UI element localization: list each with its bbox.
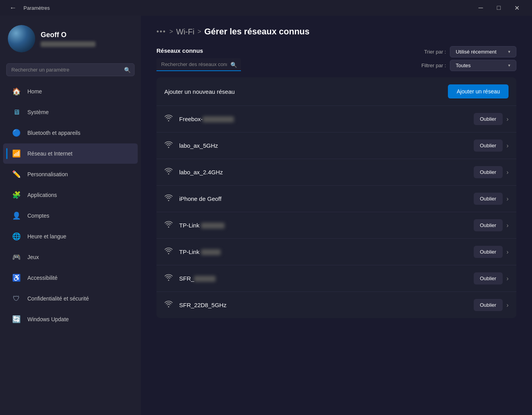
network-row[interactable]: TP-Link Oublier › [156,239,516,265]
breadcrumb-current: Gérer les réseaux connus [204,27,309,37]
titlebar-controls: ─ □ ✕ [472,0,526,16]
nav-label-confidentialite: Confidentialité et sécurité [27,295,89,302]
forget-button[interactable]: Oublier [474,140,503,152]
wifi-icon [164,194,173,203]
sort-row: Trier par : Utilisé récemment ▾ [424,46,516,57]
forget-button[interactable]: Oublier [474,219,503,231]
nav-icon-bluetooth: 🔵 [11,127,22,138]
titlebar: ← Paramètres ─ □ ✕ [0,0,532,16]
forget-button[interactable]: Oublier [474,246,503,258]
search-networks-input[interactable] [156,58,241,71]
breadcrumb: ••• > Wi-Fi > Gérer les réseaux connus [156,27,516,37]
minimize-button[interactable]: ─ [472,0,490,16]
add-network-text: Ajouter un nouveau réseau [164,88,235,95]
forget-button[interactable]: Oublier [474,299,503,311]
user-name: Geoff O [41,31,95,39]
chevron-right-icon: › [507,222,509,229]
sort-chevron-icon: ▾ [508,49,510,54]
close-button[interactable]: ✕ [508,0,526,16]
chevron-right-icon: › [507,195,509,202]
sidebar-item-confidentialite[interactable]: 🛡 Confidentialité et sécurité [3,288,138,309]
network-row[interactable]: labo_ax_5GHz Oublier › [156,132,516,159]
network-row[interactable]: labo_ax_2.4GHz Oublier › [156,159,516,186]
search-networks-container: 🔍 [156,58,241,71]
wifi-icon [164,274,173,283]
top-controls: Réseaux connus 🔍 Trier par : Utilisé réc… [156,46,516,71]
sidebar-item-update[interactable]: 🔄 Windows Update [3,309,138,329]
nav-label-heure: Heure et langue [27,233,66,240]
forget-button[interactable]: Oublier [474,113,503,125]
nav-icon-update: 🔄 [11,314,22,325]
nav-label-reseau: Réseau et Internet [27,150,72,157]
back-button[interactable]: ← [6,2,20,14]
maximize-button[interactable]: □ [490,0,508,16]
wifi-icon [164,168,173,177]
forget-button[interactable]: Oublier [474,272,503,284]
avatar-image [8,25,35,52]
network-name-blurred [201,223,225,229]
nav-label-jeux: Jeux [27,254,39,260]
breadcrumb-sep-1: > [169,28,173,35]
forget-button[interactable]: Oublier [474,166,503,178]
avatar [8,25,35,52]
sidebar-item-home[interactable]: 🏠 Home [3,81,138,102]
user-info: Geoff O [41,31,95,47]
chevron-right-icon: › [507,142,509,149]
sidebar-item-applications[interactable]: 🧩 Applications [3,185,138,205]
network-row[interactable]: SFR_ Oublier › [156,265,516,292]
content-inner: ••• > Wi-Fi > Gérer les réseaux connus R… [141,16,532,329]
wifi-icon [164,141,173,150]
nav-label-bluetooth: Bluetooth et appareils [27,130,80,136]
nav-icon-confidentialite: 🛡 [11,293,22,304]
sidebar-item-accessibilite[interactable]: ♿ Accessibilité [3,268,138,288]
network-rows: Freebox- Oublier › labo_ax_5GHz Oublier … [156,106,516,318]
breadcrumb-sep-2: > [198,28,201,35]
network-name-blurred [201,249,221,255]
search-icon: 🔍 [124,67,131,73]
sidebar-item-systeme[interactable]: 🖥 Système [3,102,138,122]
add-network-row[interactable]: Ajouter un nouveau réseau Ajouter un rés… [156,77,516,106]
sidebar-item-bluetooth[interactable]: 🔵 Bluetooth et appareils [3,123,138,143]
chevron-right-icon: › [507,169,509,176]
sidebar-item-reseau[interactable]: 📶 Réseau et Internet [3,143,138,164]
search-networks-box: 🔍 [156,58,241,71]
network-name: TP-Link [179,222,474,229]
wifi-icon [164,221,173,230]
network-name-blurred [194,276,216,282]
breadcrumb-dots[interactable]: ••• [156,28,166,36]
nav-label-personnalisation: Personnalisation [27,171,68,177]
network-name: labo_ax_5GHz [179,142,474,149]
sort-value: Utilisé récemment [456,49,496,55]
wifi-icon [164,247,173,256]
user-email-blurred [41,41,95,47]
breadcrumb-wifi[interactable]: Wi-Fi [176,27,194,36]
nav-label-systeme: Système [27,109,49,115]
network-name: labo_ax_2.4GHz [179,169,474,175]
sort-dropdown[interactable]: Utilisé récemment ▾ [450,46,516,57]
chevron-right-icon: › [507,116,509,123]
network-row[interactable]: TP-Link Oublier › [156,212,516,239]
network-row[interactable]: iPhone de Geoff Oublier › [156,186,516,212]
network-name: TP-Link [179,249,474,256]
user-section: Geoff O [0,16,141,60]
sidebar-item-heure[interactable]: 🌐 Heure et langue [3,226,138,247]
nav-label-accessibilite: Accessibilité [27,275,58,281]
add-network-button[interactable]: Ajouter un réseau [448,84,509,98]
filter-chevron-icon: ▾ [508,63,510,68]
network-row[interactable]: Freebox- Oublier › [156,106,516,132]
filter-dropdown[interactable]: Toutes ▾ [450,60,516,71]
forget-button[interactable]: Oublier [474,193,503,205]
search-networks-icon: 🔍 [230,62,237,68]
sidebar: Geoff O 🔍 🏠 Home 🖥 Système 🔵 Bluetooth e… [0,16,141,415]
chevron-right-icon: › [507,302,509,309]
nav-icon-accessibilite: ♿ [11,272,22,283]
filter-label: Filtrer par : [421,63,446,68]
nav-icon-jeux: 🎮 [11,252,22,263]
sidebar-item-personnalisation[interactable]: ✏️ Personnalisation [3,164,138,184]
sidebar-item-jeux[interactable]: 🎮 Jeux [3,247,138,267]
search-input[interactable] [6,63,135,76]
network-name: iPhone de Geoff [179,195,474,202]
sidebar-item-comptes[interactable]: 👤 Comptes [3,206,138,226]
network-row[interactable]: SFR_22D8_5GHz Oublier › [156,292,516,318]
sidebar-search-box: 🔍 [6,63,135,76]
